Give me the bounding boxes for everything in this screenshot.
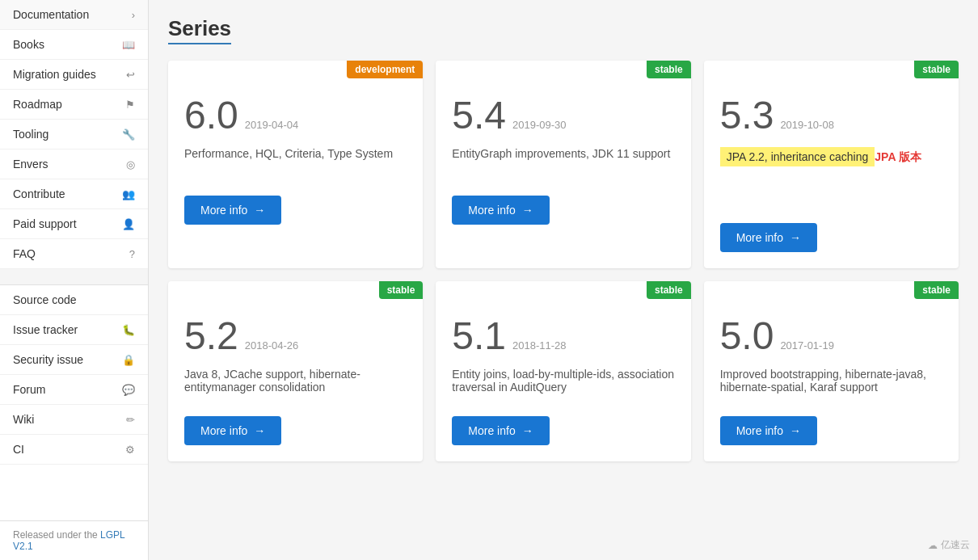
sidebar-label-security-issue: Security issue [13,353,83,366]
card-version-row-3: 5.2 2018-04-26 [184,314,407,358]
page-title: Series [168,16,231,44]
sidebar-label-source-code: Source code [13,293,77,306]
sidebar-icon-roadmap: ⚑ [125,99,135,111]
more-info-button-0[interactable]: More info → [184,196,281,225]
sidebar-item-contribute[interactable]: Contribute👥 [0,179,148,209]
more-info-button-1[interactable]: More info → [452,196,549,225]
card-version-4: 5.1 [452,314,506,358]
card-version-1: 5.4 [452,93,506,137]
card-51: stable 5.1 2018-11-28 Entity joins, load… [436,281,690,461]
arrow-icon-0: → [254,204,265,217]
card-date-0: 2019-04-04 [245,119,299,131]
card-version-row-4: 5.1 2018-11-28 [452,314,674,358]
card-60: development 6.0 2019-04-04 Performance, … [168,61,423,268]
more-info-button-2[interactable]: More info → [720,223,817,252]
watermark: ☁ 亿速云 [928,538,970,552]
sidebar-label-tooling: Tooling [13,128,48,141]
more-info-label-4: More info [468,424,515,437]
sidebar: Documentation›Books📖Migration guides↩Roa… [0,0,149,560]
card-description-2 [720,175,942,207]
sidebar-label-books: Books [13,38,44,51]
sidebar-icon-faq: ? [129,248,135,260]
sidebar-item-paid-support[interactable]: Paid support👤 [0,209,148,239]
more-info-button-5[interactable]: More info → [720,416,817,445]
card-body-1: 5.4 2019-09-30 EntityGraph improvements,… [436,61,690,241]
sidebar-label-paid-support: Paid support [13,217,77,230]
card-version-row-1: 5.4 2019-09-30 [452,93,674,137]
arrow-icon-4: → [522,424,533,437]
card-date-5: 2017-01-19 [780,339,834,352]
arrow-icon-5: → [790,424,801,437]
more-info-label-3: More info [200,424,247,437]
card-badge-0: development [347,61,423,78]
sidebar-footer: Released under the LGPL V2.1 [0,520,148,560]
card-body-3: 5.2 2018-04-26 Java 8, JCache support, h… [168,281,423,461]
sidebar-icon-envers: ◎ [126,158,135,171]
card-badge-5: stable [914,281,959,299]
sidebar-item-forum[interactable]: Forum💬 [0,375,148,405]
sidebar-label-wiki: Wiki [13,413,34,426]
card-description-3: Java 8, JCache support, hibernate-entity… [184,368,407,400]
more-info-label-1: More info [468,204,515,217]
card-version-row-0: 6.0 2019-04-04 [184,93,407,137]
sidebar-label-documentation: Documentation [13,8,89,21]
card-version-row-2: 5.3 2019-10-08 [720,93,942,137]
sidebar-label-faq: FAQ [13,247,36,260]
sidebar-icon-forum: 💬 [122,384,135,396]
card-version-3: 5.2 [184,314,238,358]
sidebar-item-faq[interactable]: FAQ? [0,239,148,269]
sidebar-item-tooling[interactable]: Tooling🔧 [0,120,148,149]
card-badge-3: stable [379,281,424,299]
sidebar-icon-security-issue: 🔒 [122,354,135,366]
card-badge-4: stable [647,281,691,299]
more-info-label-5: More info [736,424,783,437]
sidebar-item-wiki[interactable]: Wiki✏ [0,405,148,435]
more-info-button-3[interactable]: More info → [184,416,281,445]
card-date-3: 2018-04-26 [245,339,299,352]
card-description-4: Entity joins, load-by-multiple-ids, asso… [452,368,674,400]
watermark-icon: ☁ [928,540,938,551]
sidebar-item-envers[interactable]: Envers◎ [0,149,148,179]
sidebar-item-source-code[interactable]: Source code [0,285,148,315]
sidebar-divider [0,269,148,285]
card-description-0: Performance, HQL, Criteria, Type System [184,147,407,179]
sidebar-label-forum: Forum [13,383,45,396]
sidebar-label-issue-tracker: Issue tracker [13,323,78,336]
card-version-row-5: 5.0 2017-01-19 [720,314,942,358]
card-body-0: 6.0 2019-04-04 Performance, HQL, Criteri… [168,61,423,241]
card-50: stable 5.0 2017-01-19 Improved bootstrap… [704,281,959,461]
sidebar-item-issue-tracker[interactable]: Issue tracker🐛 [0,315,148,345]
jpa-label-2: JPA 版本 [875,150,921,165]
card-badge-1: stable [647,61,691,78]
sidebar-item-migration-guides[interactable]: Migration guides↩ [0,60,148,90]
card-date-4: 2018-11-28 [512,339,567,352]
card-body-2: 5.3 2019-10-08 JPA 2.2, inheritance cach… [704,61,959,268]
card-54: stable 5.4 2019-09-30 EntityGraph improv… [436,61,690,268]
card-version-2: 5.3 [720,93,774,137]
main-content: Series development 6.0 2019-04-04 Perfor… [149,0,978,560]
card-body-5: 5.0 2017-01-19 Improved bootstrapping, h… [704,281,959,461]
sidebar-icon-books: 📖 [122,39,135,51]
more-info-button-4[interactable]: More info → [452,416,549,445]
card-52: stable 5.2 2018-04-26 Java 8, JCache sup… [168,281,423,461]
sidebar-item-roadmap[interactable]: Roadmap⚑ [0,90,148,120]
card-53: stable 5.3 2019-10-08 JPA 2.2, inheritan… [704,61,959,268]
more-info-label-2: More info [736,231,783,244]
sidebar-label-roadmap: Roadmap [13,98,62,111]
sidebar-icon-ci: ⚙ [125,444,135,456]
sidebar-label-migration-guides: Migration guides [13,68,96,81]
sidebar-item-books[interactable]: Books📖 [0,30,148,60]
card-description-1: EntityGraph improvements, JDK 11 support [452,147,674,179]
sidebar-item-documentation[interactable]: Documentation› [0,0,148,30]
sidebar-icon-contribute: 👥 [122,188,135,200]
sidebar-icon-wiki: ✏ [126,414,135,426]
sidebar-item-security-issue[interactable]: Security issue🔒 [0,345,148,375]
sidebar-icon-tooling: 🔧 [122,128,135,141]
arrow-icon-1: → [522,204,533,217]
sidebar-item-ci[interactable]: CI⚙ [0,435,148,465]
more-info-label-0: More info [200,204,247,217]
sidebar-icon-paid-support: 👤 [122,218,135,230]
sidebar-icon-issue-tracker: 🐛 [122,324,135,336]
card-badge-2: stable [914,61,959,78]
sidebar-icon-migration-guides: ↩ [126,69,135,81]
